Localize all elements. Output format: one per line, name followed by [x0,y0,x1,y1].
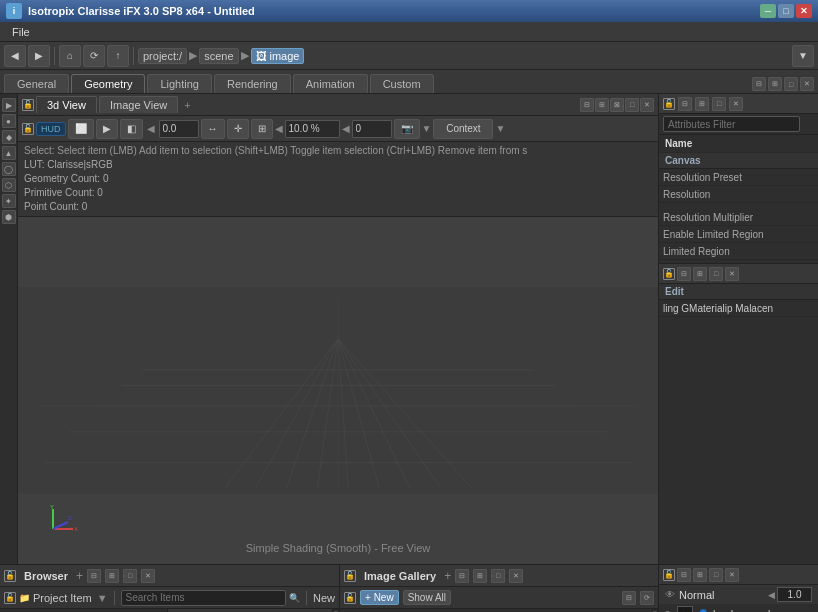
left-tool-1[interactable]: ▶ [2,98,16,112]
tab-animation[interactable]: Animation [293,74,368,93]
maximize-button[interactable]: □ [778,4,794,18]
value1-input[interactable] [159,120,199,138]
section-canvas: Canvas [659,153,818,169]
panel-maximize[interactable]: □ [784,77,798,91]
edit-text-row: ling G​Materialip Malacen [659,300,818,317]
shading-btn[interactable]: ◧ [120,119,143,139]
vp-split-1[interactable]: ⊟ [580,98,594,112]
normal-value-input[interactable] [777,587,812,602]
view-mode-btn[interactable]: ⬜ [68,119,94,139]
reload-button[interactable]: ⟳ [83,45,105,67]
hud-badge[interactable]: HUD [36,122,66,136]
home-button[interactable]: ⌂ [59,45,81,67]
tab-geometry[interactable]: Geometry [71,74,145,93]
breadcrumb-image[interactable]: 🖼image [251,48,305,64]
gallery-split-2[interactable]: ⊞ [473,569,487,583]
gallery-view-1[interactable]: ⊟ [622,591,636,605]
new-image-btn[interactable]: + New [360,590,399,605]
browser-close[interactable]: ✕ [141,569,155,583]
edit-icon-4[interactable]: ✕ [725,267,739,281]
cam-btn[interactable]: 📷 [394,119,420,139]
back-button[interactable]: ◀ [4,45,26,67]
tab-general[interactable]: General [4,74,69,93]
value2-input[interactable] [285,120,340,138]
tab-custom[interactable]: Custom [370,74,434,93]
new-label[interactable]: New [313,592,335,604]
viewport-add-tab[interactable]: + [180,99,194,111]
panel-close[interactable]: ✕ [800,77,814,91]
snap-btn[interactable]: ✛ [227,119,249,139]
render-mode-btn[interactable]: ▶ [96,119,118,139]
bg-eye-icon[interactable]: 👁 [663,609,673,613]
edit-icon-3[interactable]: □ [709,267,723,281]
show-all-btn[interactable]: Show All [403,590,451,605]
gallery-toolbar-lock[interactable]: 🔓 [344,592,356,604]
attributes-filter[interactable] [663,116,800,132]
gallery-refresh[interactable]: ⟳ [640,591,654,605]
forward-button[interactable]: ▶ [28,45,50,67]
panel-split-h[interactable]: ⊟ [752,77,766,91]
attr-split-2[interactable]: ⊞ [695,97,709,111]
nav-up-button[interactable]: ↑ [107,45,129,67]
browser-add[interactable]: + [76,569,83,583]
vp-split-2[interactable]: ⊞ [595,98,609,112]
browser-split-2[interactable]: ⊞ [105,569,119,583]
menu-file[interactable]: File [4,24,38,40]
rb-close[interactable]: ✕ [725,568,739,582]
left-tool-2[interactable]: ● [2,114,16,128]
panel-split-v[interactable]: ⊞ [768,77,782,91]
breadcrumb-project[interactable]: project:/ [138,48,187,64]
proj-dropdown-icon[interactable]: ▼ [97,592,108,604]
left-tool-6[interactable]: ⬡ [2,178,16,192]
proj-lock[interactable]: 🔓 [4,592,16,604]
edit-lock[interactable]: 🔓 [663,268,675,280]
breadcrumb-scene[interactable]: scene [199,48,238,64]
left-tool-8[interactable]: ⬢ [2,210,16,224]
vp-split-4[interactable]: □ [625,98,639,112]
browser-lock[interactable]: 🔓 [4,570,16,582]
eye-icon[interactable]: 👁 [665,589,675,600]
tab-lighting[interactable]: Lighting [147,74,212,93]
edit-icon-1[interactable]: ⊟ [677,267,691,281]
3d-viewport[interactable]: X Y Z Simple Shading (Smooth) - Free Vie… [18,217,658,564]
transform-btn[interactable]: ↔ [201,119,225,139]
viewport-lock[interactable]: 🔓 [22,99,34,111]
dropdown-arrow[interactable]: ▼ [792,45,814,67]
gallery-maximize[interactable]: □ [491,569,505,583]
context-btn[interactable]: Context [433,119,493,139]
value3-input[interactable] [352,120,392,138]
vp-close[interactable]: ✕ [640,98,654,112]
attr-close[interactable]: ✕ [729,97,743,111]
project-item-toolbar: 🔓 📁 Project Item ▼ 🔍 New [0,587,339,609]
gallery-lock[interactable]: 🔓 [344,570,356,582]
gallery-add[interactable]: + [444,569,451,583]
attr-lock[interactable]: 🔓 [663,98,675,110]
attr-maximize[interactable]: □ [712,97,726,111]
close-button[interactable]: ✕ [796,4,812,18]
tab-3d-view[interactable]: 3d View [36,96,97,113]
vp-split-3[interactable]: ⊠ [610,98,624,112]
browser-maximize[interactable]: □ [123,569,137,583]
rb-split-2[interactable]: ⊞ [693,568,707,582]
left-tool-7[interactable]: ✦ [2,194,16,208]
secondary-lock[interactable]: 🔓 [22,123,34,135]
tab-rendering[interactable]: Rendering [214,74,291,93]
left-tool-4[interactable]: ▲ [2,146,16,160]
gallery-split-1[interactable]: ⊟ [455,569,469,583]
minimize-button[interactable]: ─ [760,4,776,18]
browser-split-1[interactable]: ⊟ [87,569,101,583]
tab-image-view[interactable]: Image View [99,96,178,113]
bg-row[interactable]: 👁 ✕ 👤 background [659,604,818,612]
proj-sep-2 [306,591,307,605]
rb-maximize[interactable]: □ [709,568,723,582]
attr-split-1[interactable]: ⊟ [678,97,692,111]
svg-text:Y: Y [50,504,54,510]
left-tool-5[interactable]: ◯ [2,162,16,176]
rb-lock[interactable]: 🔓 [663,569,675,581]
gallery-close[interactable]: ✕ [509,569,523,583]
search-input[interactable] [121,590,286,606]
grid-btn[interactable]: ⊞ [251,119,273,139]
rb-split-1[interactable]: ⊟ [677,568,691,582]
edit-icon-2[interactable]: ⊞ [693,267,707,281]
left-tool-3[interactable]: ◆ [2,130,16,144]
